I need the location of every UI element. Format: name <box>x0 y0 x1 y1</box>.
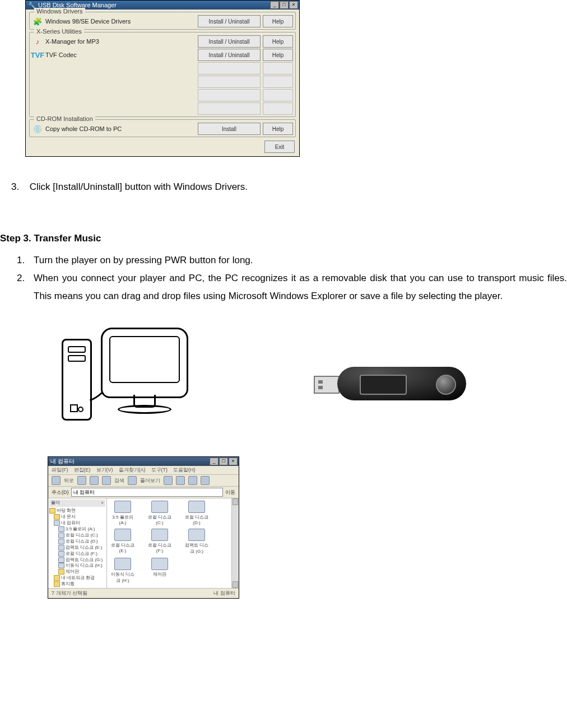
up-button[interactable] <box>90 476 99 485</box>
search-button[interactable] <box>102 476 111 485</box>
address-input[interactable] <box>71 488 224 497</box>
tree-item[interactable]: 로컬 디스크 (C:) <box>58 533 105 539</box>
menu-item[interactable]: 도움말(H) <box>173 466 196 474</box>
disabled-button <box>263 89 293 101</box>
drive-icon <box>58 545 64 550</box>
monitor-icon <box>101 328 188 398</box>
drive-item[interactable]: 컴팩트 디스크 (G:) <box>183 529 210 554</box>
close-button[interactable]: × <box>229 458 238 465</box>
tree-item[interactable]: 내 네트워크 환경 <box>54 575 105 581</box>
menu-item[interactable]: 보기(V) <box>96 466 113 474</box>
drive-item[interactable]: 로컬 디스크 (D:) <box>183 501 210 525</box>
pc-tower-icon <box>62 339 92 421</box>
explorer-content: 3.5 플로피 (A:)로컬 디스크 (C:)로컬 디스크 (D:)로컬 디스크… <box>107 498 231 588</box>
drive-icon <box>151 529 168 541</box>
help-button[interactable]: Help <box>263 15 293 27</box>
toolbar-label[interactable]: 폴더보기 <box>140 477 160 484</box>
close-button[interactable]: × <box>289 1 298 9</box>
tree-item-label: 바탕 화면 <box>57 508 76 513</box>
driver-icon: 🧩 <box>32 17 43 26</box>
toolbar-icon[interactable] <box>201 476 210 485</box>
help-button[interactable]: Help <box>263 123 293 135</box>
tree-header: 폴더 <box>51 500 60 506</box>
go-button[interactable]: 이동 <box>225 489 235 496</box>
toolbar-label[interactable]: 뒤로 <box>64 477 74 484</box>
tree-item[interactable]: 제어판 <box>58 569 105 575</box>
mp3-dial-icon <box>436 375 456 395</box>
drive-icon <box>114 529 131 541</box>
folder-icon <box>58 569 64 575</box>
tree-item[interactable]: 3.5 플로피 (A:) <box>58 526 105 533</box>
drive-icon <box>58 557 64 563</box>
tree-item[interactable]: 로컬 디스크 (D:) <box>58 539 105 545</box>
menu-item[interactable]: 편집(E) <box>74 466 91 474</box>
menu-item[interactable]: 도구(T) <box>151 466 168 474</box>
install-button[interactable]: Install <box>198 123 261 135</box>
forward-button[interactable] <box>77 476 86 485</box>
drive-item[interactable]: 로컬 디스크 (F:) <box>146 529 173 554</box>
drive-item[interactable]: 로컬 디스크 (E:) <box>109 529 136 554</box>
folders-button[interactable] <box>128 476 137 485</box>
exit-button[interactable]: Exit <box>264 141 295 153</box>
explorer-window: 내 컴퓨터 _ □ × 파일(F) 편집(E) 보기(V) 즐겨찾기(A) 도구… <box>48 456 239 599</box>
group-xseries-utilities: X-Series Utilities ♪ X-Manager for MP3 I… <box>29 32 296 117</box>
tvf-codec-icon: TVF <box>32 50 43 59</box>
toolbar-icon[interactable] <box>176 476 185 485</box>
tree-item-label: 로컬 디스크 (C:) <box>66 533 98 538</box>
list-text: Click [Install/Uninstall] button with Wi… <box>30 181 248 192</box>
scrollbar[interactable] <box>231 498 239 588</box>
drive-item[interactable]: 3.5 플로피 (A:) <box>109 501 136 525</box>
explorer-menubar: 파일(F) 편집(E) 보기(V) 즐겨찾기(A) 도구(T) 도움말(H) <box>48 466 239 475</box>
tree-item[interactable]: 컴팩트 디스크 (E:) <box>58 545 105 551</box>
tree-item-label: 3.5 플로피 (A:) <box>66 526 95 531</box>
mp3-player-illustration <box>314 361 471 406</box>
tree-item-label: 휴지통 <box>61 581 75 586</box>
tree-item-label: 내 문서 <box>61 514 76 519</box>
list-number: 2. <box>17 269 34 306</box>
tree-item[interactable]: 바탕 화면 <box>49 508 105 514</box>
computer-icon <box>54 520 60 526</box>
maximize-button[interactable]: □ <box>280 1 289 9</box>
minimize-button[interactable]: _ <box>210 458 219 465</box>
menu-item[interactable]: 즐겨찾기(A) <box>119 466 146 474</box>
install-uninstall-button[interactable]: Install / Uninstall <box>198 49 261 61</box>
drive-label: 이동식 디스크 (H:) <box>109 571 136 584</box>
close-icon[interactable]: × <box>101 500 104 506</box>
tree-item-label: 이동식 디스크 (H:) <box>66 563 103 568</box>
figure-pc-and-player <box>39 328 567 440</box>
drive-label: 로컬 디스크 (C:) <box>146 514 173 525</box>
drive-icon <box>58 551 64 557</box>
tree-item[interactable]: 내 컴퓨터 <box>54 520 105 526</box>
toolbar-label[interactable]: 검색 <box>114 477 124 484</box>
disabled-button <box>263 102 293 115</box>
tree-item[interactable]: 휴지통 <box>54 581 105 587</box>
menu-item[interactable]: 파일(F) <box>52 466 68 474</box>
cdrom-label: Copy whole CD-ROM to PC <box>45 125 196 132</box>
drive-icon <box>151 558 168 570</box>
tree-item[interactable]: 컴팩트 디스크 (G:) <box>58 557 105 563</box>
tree-item[interactable]: 이동식 디스크 (H:) <box>58 563 105 569</box>
toolbar-icon[interactable] <box>164 476 173 485</box>
drive-item[interactable]: 이동식 디스크 (H:) <box>109 558 136 584</box>
explorer-statusbar: 7 개체가 선택됨 내 컴퓨터 <box>48 588 239 598</box>
toolbar-icon[interactable] <box>188 476 197 485</box>
group-title: CD-ROM Installation <box>34 115 95 122</box>
maximize-button[interactable]: □ <box>219 458 228 465</box>
help-button[interactable]: Help <box>263 49 293 61</box>
install-uninstall-button[interactable]: Install / Uninstall <box>198 15 261 27</box>
util-label: TVF Codec <box>45 52 196 58</box>
drive-label: 로컬 디스크 (D:) <box>183 514 210 525</box>
minimize-button[interactable]: _ <box>270 1 279 9</box>
tree-item[interactable]: 내 문서 <box>54 514 105 520</box>
drive-item[interactable]: 로컬 디스크 (C:) <box>146 501 173 525</box>
drive-icon <box>58 563 64 568</box>
explorer-addressbar: 주소(D) 이동 <box>48 487 239 498</box>
drive-icon <box>114 501 131 513</box>
help-button[interactable]: Help <box>263 35 293 48</box>
tree-item[interactable]: 로컬 디스크 (F:) <box>58 551 105 557</box>
install-uninstall-button[interactable]: Install / Uninstall <box>198 35 261 48</box>
drive-label: 3.5 플로피 (A:) <box>109 514 136 525</box>
back-button[interactable] <box>52 476 61 485</box>
trash-icon <box>54 581 60 587</box>
drive-item[interactable]: 제어판 <box>146 558 173 584</box>
